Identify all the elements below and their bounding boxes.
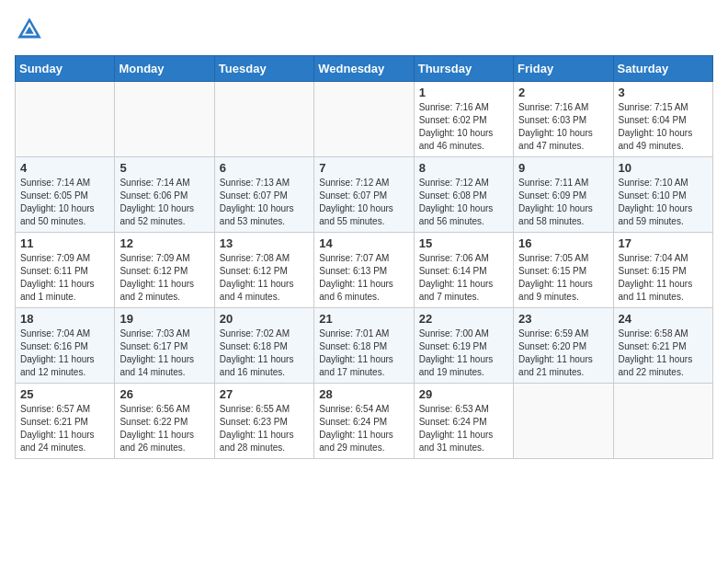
- day-number: 12: [119, 236, 209, 250]
- calendar-cell: 27Sunrise: 6:55 AM Sunset: 6:23 PM Dayli…: [214, 384, 313, 459]
- calendar-cell: 25Sunrise: 6:57 AM Sunset: 6:21 PM Dayli…: [16, 384, 115, 459]
- day-info: Sunrise: 7:00 AM Sunset: 6:19 PM Dayligh…: [419, 327, 508, 379]
- day-info: Sunrise: 6:53 AM Sunset: 6:24 PM Dayligh…: [419, 403, 508, 454]
- day-info: Sunrise: 7:07 AM Sunset: 6:13 PM Dayligh…: [319, 252, 408, 304]
- day-number: 7: [319, 161, 408, 175]
- calendar-cell: [613, 384, 712, 459]
- calendar-cell: 4Sunrise: 7:14 AM Sunset: 6:05 PM Daylig…: [16, 157, 115, 233]
- day-number: 15: [419, 236, 508, 250]
- day-number: 23: [518, 312, 608, 326]
- logo-icon: [15, 15, 44, 44]
- calendar-cell: 24Sunrise: 6:58 AM Sunset: 6:21 PM Dayli…: [613, 308, 712, 384]
- day-number: 27: [220, 387, 309, 401]
- day-number: 20: [220, 312, 309, 326]
- day-info: Sunrise: 7:16 AM Sunset: 6:03 PM Dayligh…: [518, 101, 608, 153]
- day-info: Sunrise: 7:05 AM Sunset: 6:15 PM Dayligh…: [518, 252, 608, 304]
- calendar-table: SundayMondayTuesdayWednesdayThursdayFrid…: [15, 55, 713, 459]
- day-info: Sunrise: 6:58 AM Sunset: 6:21 PM Dayligh…: [619, 327, 708, 379]
- day-number: 13: [220, 236, 309, 250]
- calendar-cell: 23Sunrise: 6:59 AM Sunset: 6:20 PM Dayli…: [514, 308, 613, 384]
- day-of-week-header: Tuesday: [214, 56, 313, 82]
- calendar-cell: [16, 82, 115, 157]
- calendar-week-row: 25Sunrise: 6:57 AM Sunset: 6:21 PM Dayli…: [16, 384, 713, 459]
- day-of-week-header: Wednesday: [314, 56, 414, 82]
- day-info: Sunrise: 7:04 AM Sunset: 6:15 PM Dayligh…: [619, 252, 708, 304]
- calendar-cell: 15Sunrise: 7:06 AM Sunset: 6:14 PM Dayli…: [414, 233, 513, 308]
- day-number: 25: [20, 387, 109, 401]
- day-number: 8: [419, 161, 508, 175]
- calendar-cell: [314, 82, 414, 157]
- day-number: 9: [518, 161, 608, 175]
- day-number: 19: [119, 312, 209, 326]
- calendar-cell: 29Sunrise: 6:53 AM Sunset: 6:24 PM Dayli…: [414, 384, 513, 459]
- day-number: 14: [319, 236, 408, 250]
- day-number: 3: [619, 86, 708, 99]
- day-info: Sunrise: 7:14 AM Sunset: 6:05 PM Dayligh…: [20, 177, 109, 228]
- calendar-cell: 20Sunrise: 7:02 AM Sunset: 6:18 PM Dayli…: [214, 308, 313, 384]
- day-number: 1: [419, 86, 508, 99]
- day-info: Sunrise: 6:54 AM Sunset: 6:24 PM Dayligh…: [319, 403, 408, 454]
- day-number: 18: [20, 312, 109, 326]
- day-info: Sunrise: 7:09 AM Sunset: 6:12 PM Dayligh…: [119, 252, 209, 304]
- day-of-week-header: Friday: [514, 56, 613, 82]
- day-of-week-header: Saturday: [613, 56, 712, 82]
- calendar-cell: 26Sunrise: 6:56 AM Sunset: 6:22 PM Dayli…: [115, 384, 214, 459]
- day-info: Sunrise: 7:02 AM Sunset: 6:18 PM Dayligh…: [220, 327, 309, 379]
- calendar-cell: [214, 82, 313, 157]
- calendar-week-row: 11Sunrise: 7:09 AM Sunset: 6:11 PM Dayli…: [16, 233, 713, 308]
- day-info: Sunrise: 6:55 AM Sunset: 6:23 PM Dayligh…: [220, 403, 309, 454]
- calendar-cell: 28Sunrise: 6:54 AM Sunset: 6:24 PM Dayli…: [314, 384, 414, 459]
- calendar-cell: 21Sunrise: 7:01 AM Sunset: 6:18 PM Dayli…: [314, 308, 414, 384]
- day-number: 28: [319, 387, 408, 401]
- day-info: Sunrise: 7:03 AM Sunset: 6:17 PM Dayligh…: [119, 327, 209, 379]
- day-number: 21: [319, 312, 408, 326]
- calendar-cell: [514, 384, 613, 459]
- calendar-cell: 10Sunrise: 7:10 AM Sunset: 6:10 PM Dayli…: [613, 157, 712, 233]
- calendar-cell: 18Sunrise: 7:04 AM Sunset: 6:16 PM Dayli…: [16, 308, 115, 384]
- calendar-cell: 19Sunrise: 7:03 AM Sunset: 6:17 PM Dayli…: [115, 308, 214, 384]
- day-info: Sunrise: 7:12 AM Sunset: 6:08 PM Dayligh…: [419, 177, 508, 228]
- day-number: 2: [518, 86, 608, 99]
- day-number: 26: [119, 387, 209, 401]
- day-number: 10: [619, 161, 708, 175]
- day-number: 22: [419, 312, 508, 326]
- calendar-cell: 16Sunrise: 7:05 AM Sunset: 6:15 PM Dayli…: [514, 233, 613, 308]
- calendar-cell: 5Sunrise: 7:14 AM Sunset: 6:06 PM Daylig…: [115, 157, 214, 233]
- day-number: 4: [20, 161, 109, 175]
- day-number: 5: [119, 161, 209, 175]
- day-of-week-header: Sunday: [16, 56, 115, 82]
- day-info: Sunrise: 6:57 AM Sunset: 6:21 PM Dayligh…: [20, 403, 109, 454]
- logo: [15, 15, 48, 44]
- calendar-header-row: SundayMondayTuesdayWednesdayThursdayFrid…: [16, 56, 713, 82]
- calendar-cell: 7Sunrise: 7:12 AM Sunset: 6:07 PM Daylig…: [314, 157, 414, 233]
- calendar-cell: 9Sunrise: 7:11 AM Sunset: 6:09 PM Daylig…: [514, 157, 613, 233]
- page-header: [15, 15, 713, 44]
- day-number: 6: [220, 161, 309, 175]
- day-info: Sunrise: 7:16 AM Sunset: 6:02 PM Dayligh…: [419, 101, 508, 153]
- day-info: Sunrise: 7:01 AM Sunset: 6:18 PM Dayligh…: [319, 327, 408, 379]
- day-number: 24: [619, 312, 708, 326]
- day-info: Sunrise: 7:10 AM Sunset: 6:10 PM Dayligh…: [619, 177, 708, 228]
- calendar-week-row: 18Sunrise: 7:04 AM Sunset: 6:16 PM Dayli…: [16, 308, 713, 384]
- calendar-cell: 11Sunrise: 7:09 AM Sunset: 6:11 PM Dayli…: [16, 233, 115, 308]
- calendar-cell: 6Sunrise: 7:13 AM Sunset: 6:07 PM Daylig…: [214, 157, 313, 233]
- day-info: Sunrise: 7:11 AM Sunset: 6:09 PM Dayligh…: [518, 177, 608, 228]
- day-info: Sunrise: 7:08 AM Sunset: 6:12 PM Dayligh…: [220, 252, 309, 304]
- day-of-week-header: Thursday: [414, 56, 513, 82]
- day-info: Sunrise: 7:06 AM Sunset: 6:14 PM Dayligh…: [419, 252, 508, 304]
- calendar-week-row: 1Sunrise: 7:16 AM Sunset: 6:02 PM Daylig…: [16, 82, 713, 157]
- calendar-cell: 12Sunrise: 7:09 AM Sunset: 6:12 PM Dayli…: [115, 233, 214, 308]
- day-info: Sunrise: 7:12 AM Sunset: 6:07 PM Dayligh…: [319, 177, 408, 228]
- day-of-week-header: Monday: [115, 56, 214, 82]
- calendar-cell: 14Sunrise: 7:07 AM Sunset: 6:13 PM Dayli…: [314, 233, 414, 308]
- calendar-cell: [115, 82, 214, 157]
- calendar-cell: 1Sunrise: 7:16 AM Sunset: 6:02 PM Daylig…: [414, 82, 513, 157]
- calendar-cell: 2Sunrise: 7:16 AM Sunset: 6:03 PM Daylig…: [514, 82, 613, 157]
- calendar-cell: 8Sunrise: 7:12 AM Sunset: 6:08 PM Daylig…: [414, 157, 513, 233]
- day-number: 11: [20, 236, 109, 250]
- day-number: 17: [619, 236, 708, 250]
- day-info: Sunrise: 7:15 AM Sunset: 6:04 PM Dayligh…: [619, 101, 708, 153]
- calendar-cell: 22Sunrise: 7:00 AM Sunset: 6:19 PM Dayli…: [414, 308, 513, 384]
- day-info: Sunrise: 7:14 AM Sunset: 6:06 PM Dayligh…: [119, 177, 209, 228]
- day-info: Sunrise: 7:09 AM Sunset: 6:11 PM Dayligh…: [20, 252, 109, 304]
